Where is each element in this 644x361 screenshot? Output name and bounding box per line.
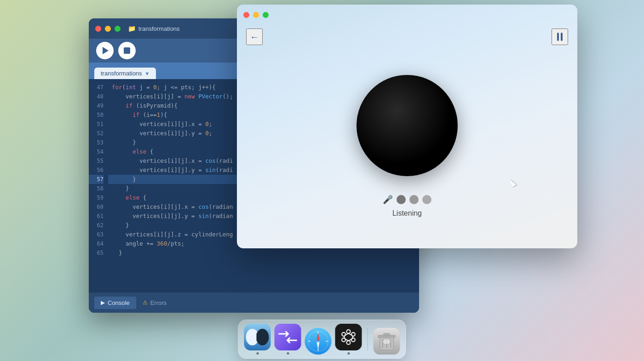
line-number: 62 bbox=[89, 221, 104, 230]
voice-content: 🎤 Listening bbox=[237, 49, 577, 248]
window-title: 📁 transformations bbox=[128, 25, 180, 32]
line-number: 56 bbox=[89, 166, 104, 175]
svg-rect-16 bbox=[335, 324, 362, 350]
folder-icon: 📁 bbox=[128, 25, 136, 32]
console-icon: ▶ bbox=[101, 299, 105, 306]
listening-label: Listening bbox=[392, 209, 422, 218]
close-button[interactable] bbox=[95, 26, 101, 32]
svg-line-33 bbox=[383, 339, 383, 348]
safari-icon[interactable] bbox=[305, 328, 332, 355]
voice-maximize-button[interactable] bbox=[263, 12, 269, 18]
line-number: 61 bbox=[89, 212, 104, 221]
svg-point-2 bbox=[249, 333, 252, 336]
line-number: 65 bbox=[89, 248, 104, 258]
chatgpt-icon[interactable] bbox=[335, 324, 362, 350]
listening-dots: 🎤 bbox=[383, 195, 431, 205]
maximize-button[interactable] bbox=[115, 26, 121, 32]
listening-dot-3 bbox=[422, 195, 431, 204]
voice-close-button[interactable] bbox=[243, 12, 249, 18]
line-number: 55 bbox=[89, 156, 104, 166]
svg-rect-7 bbox=[275, 324, 301, 350]
dock-item-finder[interactable] bbox=[244, 324, 271, 355]
svg-point-36 bbox=[383, 339, 391, 344]
svg-point-4 bbox=[256, 329, 269, 345]
listening-area: 🎤 Listening bbox=[383, 195, 431, 218]
line-number: 59 bbox=[89, 193, 104, 202]
listening-dot-2 bbox=[409, 195, 419, 204]
dock-container bbox=[238, 320, 406, 359]
line-number: 63 bbox=[89, 230, 104, 239]
listening-dot-1 bbox=[397, 195, 406, 204]
line-number: 47 bbox=[89, 83, 104, 92]
svg-point-5 bbox=[259, 333, 262, 336]
errors-tab[interactable]: ⚠ Errors bbox=[136, 297, 173, 309]
console-tab[interactable]: ▶ Console bbox=[94, 297, 136, 309]
dock bbox=[238, 320, 406, 359]
voice-titlebar bbox=[237, 5, 577, 25]
line-number: 53 bbox=[89, 138, 104, 147]
translator-icon[interactable] bbox=[275, 324, 301, 350]
voice-minimize-button[interactable] bbox=[253, 12, 259, 18]
finder-face bbox=[244, 324, 271, 350]
svg-point-6 bbox=[263, 333, 266, 336]
code-line: } bbox=[108, 248, 419, 258]
back-button[interactable]: ← bbox=[246, 29, 263, 45]
finder-icon[interactable] bbox=[244, 324, 271, 350]
dock-dot-translator bbox=[287, 352, 289, 355]
line-number: 52 bbox=[89, 129, 104, 138]
line-number: 49 bbox=[89, 101, 104, 110]
play-button[interactable] bbox=[96, 42, 114, 59]
trash-icon[interactable] bbox=[374, 328, 400, 355]
line-number: 54 bbox=[89, 147, 104, 156]
voice-orb bbox=[356, 75, 458, 176]
dock-item-trash[interactable] bbox=[374, 328, 400, 355]
line-number: 51 bbox=[89, 120, 104, 129]
pause-bar-right bbox=[561, 33, 563, 41]
line-number: 50 bbox=[89, 110, 104, 120]
tab-dropdown-icon[interactable]: ▼ bbox=[145, 71, 150, 76]
pause-bar-left bbox=[557, 33, 559, 41]
orb-container bbox=[352, 70, 462, 181]
dock-item-chatgpt[interactable] bbox=[335, 324, 362, 355]
voice-assistant-window: ← 🎤 Listening bbox=[237, 5, 577, 248]
dock-item-safari[interactable] bbox=[305, 328, 332, 355]
pause-button[interactable] bbox=[552, 29, 568, 45]
dock-item-translator[interactable] bbox=[275, 324, 301, 355]
warning-icon: ⚠ bbox=[143, 299, 148, 306]
line-number-active: 57 bbox=[89, 175, 104, 184]
svg-point-3 bbox=[253, 333, 256, 336]
voice-header: ← bbox=[237, 25, 577, 49]
microphone-icon: 🎤 bbox=[383, 195, 393, 205]
dock-dot-chatgpt bbox=[347, 352, 350, 355]
line-numbers: 47 48 49 50 51 52 53 54 55 56 57 58 59 6… bbox=[89, 79, 108, 292]
code-console: ▶ Console ⚠ Errors bbox=[89, 292, 419, 313]
transformations-tab[interactable]: transformations ▼ bbox=[94, 68, 156, 79]
stop-button[interactable] bbox=[118, 42, 136, 59]
line-number: 48 bbox=[89, 92, 104, 101]
line-number: 64 bbox=[89, 239, 104, 248]
svg-line-35 bbox=[391, 339, 391, 348]
dock-divider bbox=[368, 328, 368, 351]
minimize-button[interactable] bbox=[105, 26, 111, 32]
line-number: 60 bbox=[89, 202, 104, 212]
svg-rect-32 bbox=[384, 333, 390, 336]
line-number: 58 bbox=[89, 184, 104, 193]
dock-dot-finder bbox=[256, 352, 259, 355]
